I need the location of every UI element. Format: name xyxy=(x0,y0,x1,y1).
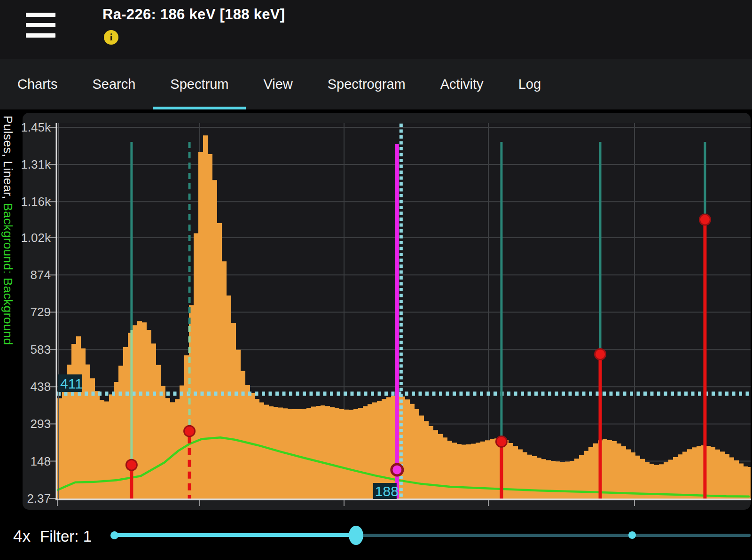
y-tick-label: 1.02k xyxy=(21,231,51,245)
footer-bar: 4x Filter: 1 xyxy=(0,510,752,560)
slider-handle[interactable] xyxy=(349,526,363,545)
tab-search[interactable]: Search xyxy=(75,59,153,109)
peak-marker-dot-5[interactable] xyxy=(595,349,606,359)
tab-charts[interactable]: Charts xyxy=(0,59,75,109)
cursor-label: 188 xyxy=(375,483,399,499)
tab-log[interactable]: Log xyxy=(501,59,558,109)
hamburger-icon xyxy=(26,13,55,17)
info-icon[interactable]: i xyxy=(104,30,118,45)
y-axis-title: Pulses, Linear, Background: Background xyxy=(0,116,15,509)
peak-marker-dot-2[interactable] xyxy=(184,426,195,436)
tab-spectrum[interactable]: Spectrum xyxy=(153,59,246,109)
y-tick-label: 1.45k xyxy=(21,120,51,134)
spectrum-chart[interactable]: 1.45k1.31k1.16k1.02k8747295834382931482.… xyxy=(0,113,752,510)
y-tick-label: 2.37 xyxy=(27,491,51,506)
page-title: Ra-226: 186 keV [188 keV] xyxy=(102,6,285,23)
y-tick-label: 1.16k xyxy=(21,194,51,209)
y-tick-label: 729 xyxy=(31,305,51,319)
y-tick-label: 874 xyxy=(31,268,51,282)
tab-bar: ChartsSearchSpectrumViewSpectrogramActiv… xyxy=(0,59,752,109)
menu-button[interactable] xyxy=(26,13,55,39)
slider-active-track[interactable] xyxy=(114,533,356,537)
cursor-dot[interactable] xyxy=(392,464,403,475)
filter-slider[interactable] xyxy=(0,510,752,560)
y-tick-label: 293 xyxy=(31,417,51,431)
y-axis-title-background: Background: Background xyxy=(1,203,15,345)
threshold-label: 411 xyxy=(60,376,83,391)
peak-marker-dot-4[interactable] xyxy=(496,436,507,447)
app-header: Ra-226: 186 keV [188 keV] i xyxy=(0,0,752,59)
y-axis-title-plain: Pulses, Linear, xyxy=(1,116,15,203)
peak-marker-dot-1[interactable] xyxy=(126,459,137,470)
y-tick-label: 438 xyxy=(31,380,51,394)
y-tick-label: 1.31k xyxy=(21,157,51,171)
slider-tick-dot xyxy=(628,531,636,539)
app-root: Ra-226: 186 keV [188 keV] i ChartsSearch… xyxy=(0,0,752,560)
spectrum-chart-region: Pulses, Linear, Background: Background 1… xyxy=(0,113,752,510)
y-tick-label: 148 xyxy=(31,454,51,468)
slider-inactive-track[interactable] xyxy=(356,534,751,537)
tab-view[interactable]: View xyxy=(246,59,310,109)
peak-marker-dot-6[interactable] xyxy=(699,214,710,225)
y-tick-label: 583 xyxy=(31,342,51,357)
tab-spectrogram[interactable]: Spectrogram xyxy=(310,59,423,109)
tab-activity[interactable]: Activity xyxy=(423,59,501,109)
